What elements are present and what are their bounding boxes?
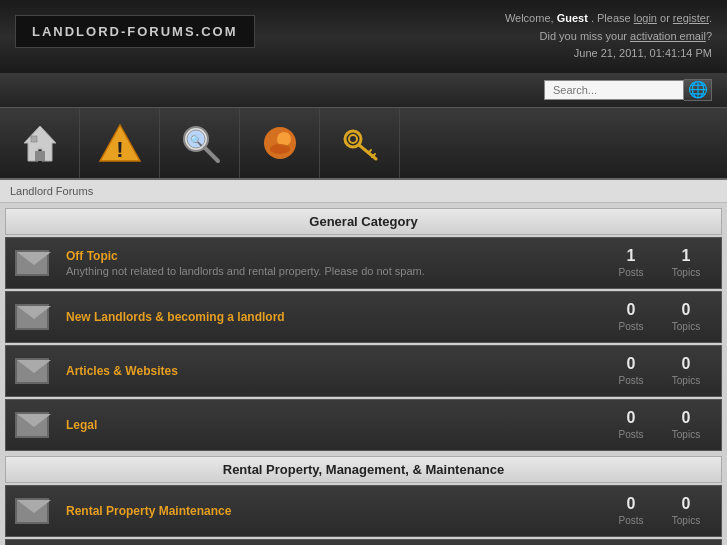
keys-icon [338, 121, 382, 165]
envelope-icon [15, 358, 49, 384]
posts-label: Posts [618, 321, 643, 332]
magnifier-nav-item[interactable]: 🔍 [160, 108, 240, 178]
keys-nav-item[interactable] [320, 108, 400, 178]
warning-nav-item[interactable]: ! [80, 108, 160, 178]
warning-icon: ! [98, 121, 142, 165]
forum-content: General Category Off Topic Anything not … [0, 203, 727, 545]
search-input[interactable] [544, 80, 684, 100]
logo-text: LANDLORD-FORUMS.COM [32, 24, 238, 39]
forum-info: Off Topic Anything not related to landlo… [58, 243, 596, 283]
forum-stats: 0 Posts 0 Topics [596, 490, 721, 532]
forum-info: Rental Property Maintenance [58, 498, 596, 524]
forum-icon-cell [6, 407, 58, 443]
category-1: General Category Off Topic Anything not … [5, 208, 722, 451]
svg-rect-2 [31, 136, 37, 142]
posts-label: Posts [618, 429, 643, 440]
topics-count: 0 [666, 495, 706, 513]
svg-line-15 [368, 150, 371, 153]
svg-text:!: ! [116, 137, 123, 162]
nav-bar: ! 🔍 [0, 107, 727, 180]
category-2-header: Rental Property, Management, & Maintenan… [5, 456, 722, 483]
posts-label: Posts [618, 375, 643, 386]
topics-label: Topics [672, 429, 700, 440]
envelope-flap-icon [17, 500, 51, 513]
topics-stat: 1 Topics [666, 247, 706, 279]
category-1-header: General Category [5, 208, 722, 235]
miss-activation: Did you miss your activation email? [505, 28, 712, 46]
posts-label: Posts [618, 515, 643, 526]
topics-stat: 0 Topics [666, 409, 706, 441]
forum-icon-cell [6, 245, 58, 281]
svg-line-7 [205, 148, 218, 161]
svg-point-10 [277, 132, 291, 146]
breadcrumb-text: Landlord Forums [10, 185, 93, 197]
category-2: Rental Property, Management, & Maintenan… [5, 456, 722, 545]
topics-label: Topics [672, 267, 700, 278]
posts-count: 0 [611, 355, 651, 373]
header: LANDLORD-FORUMS.COM Welcome, Guest . Ple… [0, 0, 727, 73]
forum-desc: Anything not related to landlords and re… [66, 265, 588, 277]
login-link[interactable]: login [634, 12, 657, 24]
table-row: Buying a rental property 0 Posts 0 Topic… [5, 539, 722, 545]
table-row: Rental Property Maintenance 0 Posts 0 To… [5, 485, 722, 537]
forum-title-link[interactable]: New Landlords & becoming a landlord [66, 310, 285, 324]
3d-nav-item[interactable] [240, 108, 320, 178]
forum-icon-cell [6, 493, 58, 529]
magnifier-icon: 🔍 [178, 121, 222, 165]
forum-title-link[interactable]: Off Topic [66, 249, 118, 263]
svg-rect-1 [35, 151, 45, 161]
table-row: Articles & Websites 0 Posts 0 Topics [5, 345, 722, 397]
svg-text:🔍: 🔍 [190, 134, 203, 147]
forum-info: New Landlords & becoming a landlord [58, 304, 596, 330]
topics-count: 0 [666, 409, 706, 427]
posts-stat: 0 Posts [611, 355, 651, 387]
house-icon [18, 121, 62, 165]
topics-count: 1 [666, 247, 706, 265]
search-button[interactable]: 🌐 [684, 79, 712, 101]
envelope-icon [15, 304, 49, 330]
topics-stat: 0 Topics [666, 355, 706, 387]
activation-link[interactable]: activation email [630, 30, 706, 42]
topics-label: Topics [672, 321, 700, 332]
forum-title-link[interactable]: Articles & Websites [66, 364, 178, 378]
forum-icon-cell [6, 353, 58, 389]
topics-stat: 0 Topics [666, 301, 706, 333]
header-right: Welcome, Guest . Please login or registe… [505, 10, 712, 63]
forum-info: Legal [58, 412, 596, 438]
posts-stat: 0 Posts [611, 409, 651, 441]
table-row: New Landlords & becoming a landlord 0 Po… [5, 291, 722, 343]
logo-box: LANDLORD-FORUMS.COM [15, 15, 255, 48]
datetime-text: June 21, 2011, 01:41:14 PM [505, 45, 712, 63]
forum-stats: 0 Posts 0 Topics [596, 350, 721, 392]
table-row: Off Topic Anything not related to landlo… [5, 237, 722, 289]
register-link[interactable]: register [673, 12, 709, 24]
posts-stat: 1 Posts [611, 247, 651, 279]
forum-stats: 0 Posts 0 Topics [596, 296, 721, 338]
posts-stat: 0 Posts [611, 301, 651, 333]
posts-count: 0 [611, 301, 651, 319]
topics-label: Topics [672, 515, 700, 526]
envelope-flap-icon [17, 414, 51, 427]
forum-title-link[interactable]: Legal [66, 418, 97, 432]
envelope-flap-icon [17, 360, 51, 373]
posts-stat: 0 Posts [611, 495, 651, 527]
topics-stat: 0 Topics [666, 495, 706, 527]
posts-label: Posts [618, 267, 643, 278]
topics-label: Topics [672, 375, 700, 386]
search-wrapper: 🌐 [544, 79, 712, 101]
posts-count: 1 [611, 247, 651, 265]
envelope-flap-icon [17, 252, 51, 265]
topics-count: 0 [666, 301, 706, 319]
envelope-icon [15, 412, 49, 438]
forum-stats: 1 Posts 1 Topics [596, 242, 721, 284]
forum-icon-cell [6, 299, 58, 335]
home-nav-item[interactable] [0, 108, 80, 178]
welcome-text: Welcome, Guest . Please login or registe… [505, 10, 712, 28]
forum-title-link[interactable]: Rental Property Maintenance [66, 504, 231, 518]
topics-count: 0 [666, 355, 706, 373]
search-bar: 🌐 [0, 73, 727, 107]
breadcrumb: Landlord Forums [0, 180, 727, 203]
posts-count: 0 [611, 495, 651, 513]
posts-count: 0 [611, 409, 651, 427]
svg-point-13 [349, 135, 357, 143]
